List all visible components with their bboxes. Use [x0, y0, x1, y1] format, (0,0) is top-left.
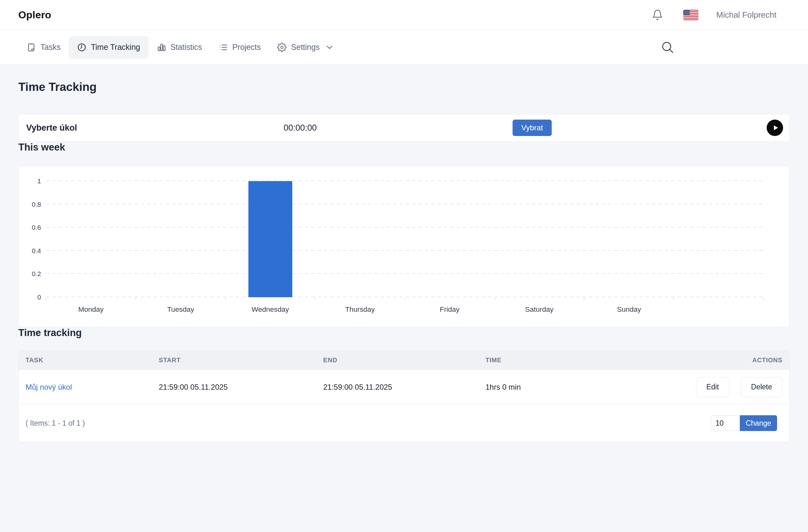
chevron-down-icon [325, 42, 334, 52]
chart-x-label: Friday [405, 306, 495, 314]
clock-icon [77, 42, 87, 52]
nav-tab-statistics[interactable]: Statistics [148, 36, 210, 59]
chart-y-tick-label: 0.2 [32, 270, 41, 278]
column-header-time: TIME [485, 356, 752, 364]
chart-x-label: Tuesday [136, 306, 225, 314]
nav-tab-label: Tasks [40, 42, 60, 52]
chart-axis-tick [135, 297, 136, 300]
list-icon [218, 42, 228, 52]
chart-axis-tick [315, 297, 315, 300]
chart-gridline [46, 181, 764, 181]
column-header-task: TASK [25, 356, 159, 364]
cell-end: 21:59:00 05.11.2025 [323, 383, 485, 391]
chart-axis-tick [46, 297, 47, 300]
chart-axis-tick [584, 297, 585, 300]
app-header: Oplero Michal Folprecht [0, 0, 808, 30]
chart-gridline [46, 227, 764, 227]
bar-chart-icon [157, 42, 166, 52]
selected-task-label: Vyberte úkol [26, 123, 77, 133]
chart-y-tick-label: 1 [37, 177, 41, 185]
edit-button[interactable]: Edit [696, 377, 730, 397]
chart-x-label: Thursday [315, 306, 405, 314]
weekly-chart-card: 00.20.40.60.81 MondayTuesdayWednesdayThu… [18, 166, 790, 327]
page-title: Time Tracking [18, 80, 790, 94]
app-logo[interactable]: Oplero [18, 9, 51, 21]
chart-y-tick-label: 0 [37, 293, 41, 301]
chart-plot: 00.20.40.60.81 [46, 181, 764, 297]
nav-tab-label: Time Tracking [91, 42, 140, 52]
cell-start: 21:59:00 05.11.2025 [159, 383, 323, 391]
chart-y-tick-label: 0.8 [32, 201, 41, 208]
language-flag-us-icon[interactable] [683, 10, 698, 20]
page-size-input[interactable] [711, 415, 740, 431]
nav-tab-label: Settings [291, 42, 319, 52]
clipboard-check-icon [26, 42, 36, 52]
cell-actions: Edit Delete [696, 377, 783, 397]
chart-x-label: Sunday [584, 306, 674, 314]
chart-gridline [46, 273, 764, 274]
chart-x-label: Monday [46, 306, 136, 314]
chart-bar-wednesday [249, 181, 292, 297]
week-section-title: This week [18, 142, 790, 153]
play-icon [772, 124, 779, 132]
chart-axis-tick [674, 297, 674, 300]
chart-x-label: Wednesday [225, 306, 315, 314]
table-row: Můj nový úkol 21:59:00 05.11.2025 21:59:… [19, 370, 789, 405]
nav-tab-time-tracking[interactable]: Time Tracking [69, 36, 148, 59]
chart-y-tick-label: 0.6 [32, 224, 41, 231]
nav-tab-projects[interactable]: Settings Projects [210, 36, 269, 59]
gear-icon [277, 42, 287, 52]
table-footer: ( Items: 1 - 1 of 1 ) Change [19, 405, 789, 442]
main-content: Time Tracking Vyberte úkol 00:00:00 Vybr… [0, 80, 808, 442]
tracker-card: Vyberte úkol 00:00:00 Vybrat [18, 114, 790, 142]
nav-tab-tasks[interactable]: Tasks [18, 36, 69, 59]
user-menu[interactable]: Michal Folprecht [716, 10, 776, 20]
table-section-title: Time tracking [18, 327, 790, 338]
table-header-row: TASK START END TIME ACTIONS [19, 351, 789, 370]
chart-x-label [674, 306, 764, 314]
chart-gridline [46, 250, 764, 251]
time-tracking-table: TASK START END TIME ACTIONS Můj nový úko… [18, 351, 790, 442]
main-nav: Tasks Time Tracking Statistics Settings … [0, 30, 808, 65]
chart-y-tick-label: 0.4 [32, 247, 41, 255]
column-header-actions: ACTIONS [752, 356, 783, 364]
start-timer-button[interactable] [767, 120, 783, 136]
chart-axis-tick [494, 297, 495, 300]
search-icon[interactable] [661, 40, 675, 54]
nav-tab-label: Statistics [170, 42, 202, 52]
column-header-end: END [323, 356, 485, 364]
header-right-group: Michal Folprecht [652, 9, 776, 20]
nav-tab-label: Projects [232, 42, 261, 52]
chart-axis-tick [225, 297, 226, 300]
chart-x-labels: MondayTuesdayWednesdayThursdayFridaySatu… [46, 306, 764, 314]
cell-time: 1hrs 0 min [485, 383, 696, 391]
items-count-text: ( Items: 1 - 1 of 1 ) [25, 419, 85, 427]
chart-axis-tick [763, 297, 764, 300]
chart-x-label: Saturday [495, 306, 584, 314]
task-link[interactable]: Můj nový úkol [25, 383, 72, 391]
chart-axis-tick [405, 297, 405, 300]
page-size-control: Change [711, 415, 777, 431]
notifications-bell-icon[interactable] [652, 9, 663, 20]
chart-gridline [46, 204, 764, 204]
change-page-size-button[interactable]: Change [740, 415, 777, 431]
timer-value: 00:00:00 [276, 123, 324, 133]
nav-tab-settings[interactable]: Settings [269, 36, 342, 59]
column-header-start: START [159, 356, 323, 364]
select-task-button[interactable]: Vybrat [513, 120, 552, 136]
delete-button[interactable]: Delete [741, 377, 783, 397]
